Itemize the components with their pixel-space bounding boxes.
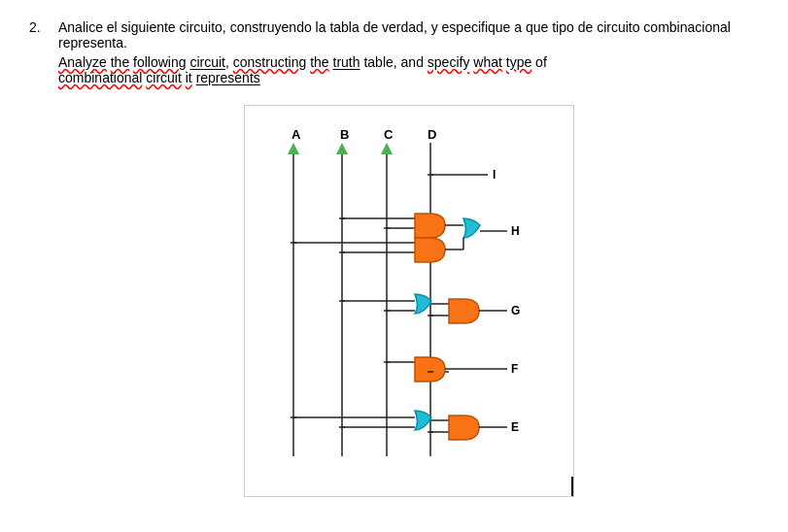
and-gate-2: [415, 238, 445, 262]
and-gate-1: [415, 214, 445, 238]
output-e-label: E: [511, 420, 519, 434]
input-d-label: D: [428, 127, 436, 142]
word-it: it: [186, 70, 192, 85]
arrow-a: [288, 143, 299, 154]
or-gate-bot: [415, 411, 431, 430]
and-gate-f: [415, 357, 445, 382]
cursor: [571, 477, 573, 496]
circuit-svg: A B C D I: [255, 121, 556, 481]
spanish-text: Analice el siguiente circuito, construye…: [58, 19, 759, 50]
word-represents: represents: [196, 70, 260, 85]
question-number: 2.: [29, 19, 49, 516]
and-gate-g: [449, 299, 479, 323]
word-circuit2: circuit: [146, 70, 182, 85]
word-combinational: combinational: [58, 70, 142, 85]
input-c-label: C: [384, 127, 394, 142]
word-following: following: [133, 54, 186, 70]
question-block: 2. Analice el siguiente circuito, constr…: [29, 19, 759, 516]
english-text: Analyze the following circuit, construct…: [58, 54, 759, 85]
input-b-label: B: [340, 127, 349, 142]
circuit-diagram: A B C D I: [244, 105, 574, 497]
or-gate-h: [463, 218, 480, 238]
and-gate-e: [449, 416, 479, 440]
word-the2: the: [310, 54, 328, 70]
word-type: type: [506, 54, 531, 70]
word-circuit1: circuit: [189, 54, 225, 70]
arrow-b: [336, 143, 348, 154]
output-f-label: F: [511, 362, 518, 376]
output-h-label: H: [511, 224, 520, 238]
or-gate-mid: [415, 294, 431, 314]
output-i-label: I: [493, 168, 496, 182]
word-the1: the: [111, 54, 129, 70]
word-what: what: [473, 54, 502, 70]
word-specify: specify: [428, 54, 470, 70]
question-text: Analice el siguiente circuito, construye…: [58, 19, 759, 516]
output-g-label: G: [511, 304, 520, 317]
word-truth: truth: [333, 54, 360, 70]
word-constructing: constructing: [233, 54, 306, 70]
arrow-c: [381, 143, 393, 154]
input-a-label: A: [291, 127, 301, 142]
word-analyze: Analyze: [58, 54, 107, 70]
